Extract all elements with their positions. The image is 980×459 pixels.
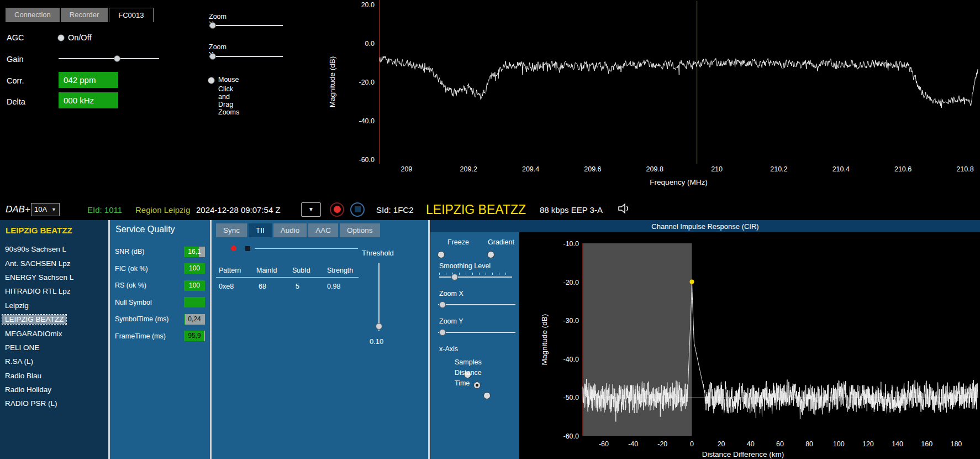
tab-label: Connection: [14, 11, 51, 19]
service-item[interactable]: Radio Blau: [2, 369, 107, 383]
slider-knob[interactable]: [439, 329, 446, 336]
service-item[interactable]: LEIPZIG BEATZZ: [2, 312, 107, 326]
quality-row: SNR (dB) 16,1: [110, 243, 210, 260]
quality-label: Null Symbol: [115, 299, 152, 306]
tii-square-indicator: [245, 246, 250, 251]
mode-label: DAB+: [6, 204, 30, 215]
service-quality-rows: SNR (dB) 16,1 FIC (ok %) 100 RS (ok %) 1…: [110, 243, 210, 345]
quality-value: 95,9: [184, 331, 205, 341]
service-id: SId: 1FC2: [376, 205, 414, 214]
svg-text:60: 60: [776, 440, 784, 448]
corr-value: 042 ppm: [64, 75, 96, 85]
svg-text:0.0: 0.0: [365, 40, 375, 48]
svg-text:80: 80: [805, 440, 813, 448]
service-item[interactable]: Radio Holiday: [2, 383, 107, 397]
svg-text:-20: -20: [657, 440, 667, 448]
service-item[interactable]: Leipzig: [2, 299, 107, 312]
slider-track: [438, 332, 515, 333]
mouse-zoom-radio[interactable]: [208, 77, 215, 84]
cir-zoom-x-slider[interactable]: [438, 301, 515, 308]
delta-label: Delta: [7, 97, 25, 106]
col-header-strength: Strength: [327, 267, 353, 274]
service-item[interactable]: HITRADIO RTL Lpz: [2, 284, 107, 298]
splitter[interactable]: [428, 220, 430, 459]
xaxis-distance-radio[interactable]: [473, 382, 481, 389]
slider-knob[interactable]: [114, 55, 120, 62]
threshold-slider[interactable]: [375, 263, 383, 331]
service-item[interactable]: MEGARADIOmix: [2, 326, 107, 340]
record-button[interactable]: [330, 202, 344, 217]
quality-value: 16,1: [184, 247, 205, 257]
bitrate-info: 88 kbps EEP 3-A: [540, 205, 603, 214]
svg-text:180: 180: [950, 440, 962, 448]
slider-knob[interactable]: [209, 22, 216, 29]
service-item[interactable]: Ant. SACHSEN Lpz: [2, 256, 107, 270]
service-item[interactable]: 90s90s Sachsen L: [2, 242, 107, 256]
svg-text:-10.0: -10.0: [563, 240, 579, 248]
service-item-label: Leipzig: [2, 301, 31, 310]
stop-button[interactable]: [350, 202, 365, 217]
tab-fc0013[interactable]: FC0013: [109, 8, 153, 22]
service-item[interactable]: R.SA (L): [2, 354, 107, 368]
svg-text:-60.0: -60.0: [563, 432, 579, 440]
slider-knob[interactable]: [209, 53, 216, 60]
mouse-label: Mouse: [218, 76, 239, 84]
tab-aac[interactable]: AAC: [308, 223, 338, 237]
svg-text:20.0: 20.0: [361, 1, 375, 9]
tab-label: Audio: [281, 226, 300, 234]
svg-text:0: 0: [690, 440, 694, 448]
speaker-icon: [618, 202, 632, 215]
freeze-radio[interactable]: [438, 251, 445, 258]
cir-zoom-y-slider[interactable]: [438, 329, 515, 336]
svg-text:-30.0: -30.0: [563, 317, 579, 325]
tab-sync[interactable]: Sync: [216, 223, 247, 237]
slider-knob[interactable]: [439, 301, 446, 308]
preset-dropdown-button[interactable]: ▼: [301, 202, 321, 217]
service-item[interactable]: ENERGY Sachsen L: [2, 270, 107, 284]
mute-button[interactable]: [618, 202, 632, 217]
tab-audio[interactable]: Audio: [273, 223, 307, 237]
zoom-x-slider[interactable]: [209, 22, 283, 29]
current-service-name: LEIPZIG BEATZZ: [426, 202, 526, 217]
svg-text:140: 140: [892, 440, 903, 448]
gain-slider[interactable]: [59, 55, 159, 62]
service-item-label: Radio Blau: [2, 371, 44, 380]
delta-value: 000 kHz: [64, 96, 94, 105]
tii-divider-line: [255, 248, 358, 249]
slider-knob[interactable]: [451, 274, 458, 280]
svg-text:-40: -40: [628, 440, 638, 448]
service-item[interactable]: PELI ONE: [2, 341, 107, 354]
channel-select[interactable]: 10A ▼: [31, 203, 60, 216]
svg-text:-60.0: -60.0: [359, 156, 375, 164]
gradient-radio[interactable]: [487, 251, 494, 258]
tuner-panel: Connection Recorder FC0013 AGC On/Off Ga…: [0, 0, 200, 195]
tii-cell-mainid: 68: [259, 283, 266, 290]
tab-tii[interactable]: TII: [249, 223, 272, 237]
service-quality-title: Service Quality: [115, 225, 175, 234]
zoom-y-slider[interactable]: [209, 53, 283, 60]
slider-knob[interactable]: [376, 323, 382, 330]
smoothing-slider[interactable]: [439, 274, 512, 280]
tab-connection[interactable]: Connection: [6, 8, 60, 22]
tuner-tabs: Connection Recorder FC0013: [6, 8, 154, 22]
xaxis-time-radio[interactable]: [483, 392, 491, 399]
svg-text:210.6: 210.6: [894, 165, 911, 173]
svg-text:-20.0: -20.0: [563, 279, 579, 286]
service-list-title: LEIPZIG BEATZZ: [6, 226, 72, 235]
tab-recorder[interactable]: Recorder: [61, 8, 108, 22]
bottom-area: LEIPZIG BEATZZ 90s90s Sachsen L Ant. SAC…: [0, 220, 980, 459]
service-item-label: 90s90s Sachsen L: [2, 244, 69, 254]
svg-text:100: 100: [833, 440, 845, 448]
delta-value-badge: 000 kHz: [59, 92, 118, 108]
mouse-hint: Click and Drag Zooms: [218, 85, 239, 116]
quality-row: SymbolTime (ms) 0,24: [110, 311, 210, 328]
tab-options[interactable]: Options: [340, 223, 380, 237]
service-item[interactable]: RADIO PSR (L): [2, 397, 107, 410]
quality-label: FIC (ok %): [115, 265, 148, 273]
freeze-label: Freeze: [447, 238, 469, 246]
tab-label: Options: [347, 226, 373, 234]
tii-cell-strength: 0.98: [327, 283, 340, 290]
col-header-pattern: Pattern: [219, 267, 241, 274]
agc-radio[interactable]: [57, 34, 65, 41]
svg-text:209.4: 209.4: [522, 165, 539, 173]
